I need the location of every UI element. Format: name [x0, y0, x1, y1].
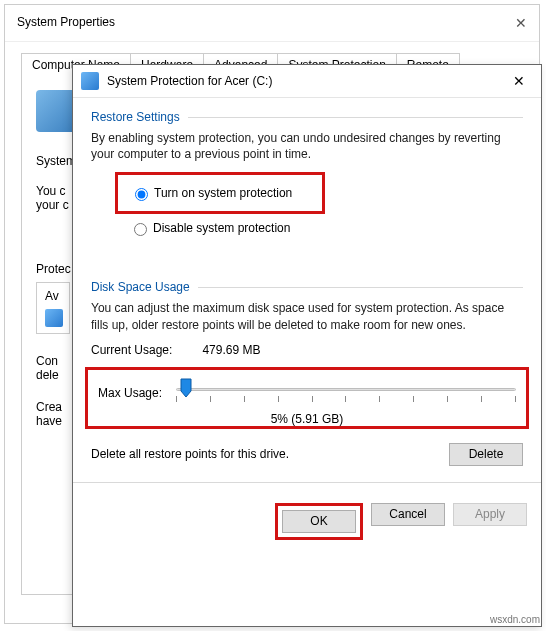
restore-settings-group: Restore Settings: [91, 110, 523, 124]
drive-icon: [45, 309, 63, 327]
delete-button[interactable]: Delete: [449, 443, 523, 466]
system-protection-dialog: System Protection for Acer (C:) ✕ Restor…: [72, 64, 542, 627]
watermark: wsxdn.com: [490, 614, 540, 625]
max-usage-slider[interactable]: [176, 378, 516, 408]
bg-text-av: Av: [45, 289, 61, 303]
max-usage-label: Max Usage:: [98, 386, 162, 400]
slider-thumb[interactable]: [180, 378, 192, 398]
highlight-max-usage: Max Usage: 5% (5.91 GB): [85, 367, 529, 429]
restore-settings-label: Restore Settings: [91, 110, 180, 124]
close-icon[interactable]: ✕: [505, 71, 533, 91]
disk-usage-label: Disk Space Usage: [91, 280, 190, 294]
system-protection-icon: [81, 72, 99, 90]
radio-disable-input[interactable]: [134, 223, 147, 236]
background-window-title: System Properties: [17, 15, 115, 31]
apply-button[interactable]: Apply: [453, 503, 527, 526]
restore-description: By enabling system protection, you can u…: [91, 130, 523, 162]
group-divider: [198, 287, 523, 288]
ok-button[interactable]: OK: [282, 510, 356, 533]
current-usage-row: Current Usage: 479.69 MB: [91, 343, 523, 357]
radio-turn-on-label: Turn on system protection: [154, 186, 292, 200]
current-usage-value: 479.69 MB: [202, 343, 260, 357]
background-titlebar: System Properties ✕: [5, 5, 539, 42]
highlight-turn-on: Turn on system protection: [115, 172, 325, 214]
radio-turn-on[interactable]: Turn on system protection: [130, 185, 310, 201]
current-usage-label: Current Usage:: [91, 343, 172, 357]
dialog-footer: OK Cancel Apply: [73, 493, 541, 550]
max-usage-readout: 5% (5.91 GB): [98, 412, 516, 426]
dialog-body: Restore Settings By enabling system prot…: [73, 98, 541, 493]
slider-track: [176, 388, 516, 391]
footer-divider: [73, 482, 541, 483]
close-icon[interactable]: ✕: [515, 15, 527, 31]
group-divider: [188, 117, 523, 118]
dialog-titlebar: System Protection for Acer (C:) ✕: [73, 65, 541, 98]
slider-ticks: [176, 396, 516, 402]
radio-disable-label: Disable system protection: [153, 221, 290, 235]
dialog-title: System Protection for Acer (C:): [107, 74, 505, 88]
radio-disable[interactable]: Disable system protection: [129, 220, 523, 236]
delete-row: Delete all restore points for this drive…: [91, 443, 523, 466]
disk-usage-group: Disk Space Usage: [91, 280, 523, 294]
radio-turn-on-input[interactable]: [135, 188, 148, 201]
delete-description: Delete all restore points for this drive…: [91, 447, 289, 461]
cancel-button[interactable]: Cancel: [371, 503, 445, 526]
disk-usage-description: You can adjust the maximum disk space us…: [91, 300, 523, 332]
highlight-ok: OK: [275, 503, 363, 540]
